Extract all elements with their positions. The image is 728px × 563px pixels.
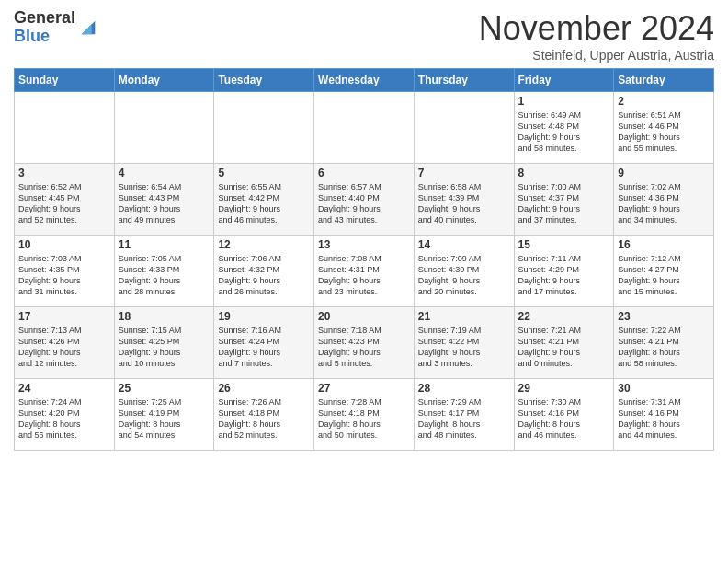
calendar-cell: 21Sunrise: 7:19 AMSunset: 4:22 PMDayligh…	[414, 307, 514, 379]
day-number: 12	[218, 238, 310, 251]
month-title: November 2024	[479, 9, 714, 48]
day-number: 22	[518, 310, 610, 323]
calendar-cell: 18Sunrise: 7:15 AMSunset: 4:25 PMDayligh…	[114, 307, 214, 379]
header: General Blue November 2024 Steinfeld, Up…	[14, 9, 714, 63]
calendar-cell	[214, 92, 314, 164]
day-info: Sunrise: 7:11 AMSunset: 4:29 PMDaylight:…	[518, 253, 610, 298]
day-number: 24	[18, 382, 110, 395]
day-info: Sunrise: 7:26 AMSunset: 4:18 PMDaylight:…	[218, 396, 310, 442]
calendar-cell: 28Sunrise: 7:29 AMSunset: 4:17 PMDayligh…	[414, 379, 514, 451]
logo-blue-text: Blue	[14, 28, 75, 46]
day-number: 13	[318, 238, 410, 251]
weekday-header-saturday: Saturday	[614, 69, 714, 92]
calendar-cell: 2Sunrise: 6:51 AMSunset: 4:46 PMDaylight…	[614, 92, 714, 164]
location: Steinfeld, Upper Austria, Austria	[479, 48, 714, 63]
day-info: Sunrise: 7:22 AMSunset: 4:21 PMDaylight:…	[618, 325, 710, 370]
calendar-cell: 24Sunrise: 7:24 AMSunset: 4:20 PMDayligh…	[15, 379, 115, 451]
calendar-week-3: 10Sunrise: 7:03 AMSunset: 4:35 PMDayligh…	[15, 236, 714, 307]
day-info: Sunrise: 7:12 AMSunset: 4:27 PMDaylight:…	[618, 253, 710, 298]
day-number: 29	[518, 382, 610, 395]
calendar-cell	[314, 92, 415, 164]
day-number: 5	[218, 167, 310, 179]
calendar-cell: 27Sunrise: 7:28 AMSunset: 4:18 PMDayligh…	[314, 379, 415, 451]
day-number: 26	[218, 382, 310, 395]
calendar-cell: 13Sunrise: 7:08 AMSunset: 4:31 PMDayligh…	[314, 236, 415, 307]
weekday-header-row: SundayMondayTuesdayWednesdayThursdayFrid…	[15, 69, 714, 92]
day-number: 1	[518, 95, 610, 108]
calendar-cell: 19Sunrise: 7:16 AMSunset: 4:24 PMDayligh…	[214, 307, 314, 379]
day-info: Sunrise: 7:02 AMSunset: 4:36 PMDaylight:…	[618, 181, 710, 226]
day-info: Sunrise: 7:09 AMSunset: 4:30 PMDaylight:…	[418, 253, 510, 298]
svg-marker-1	[82, 24, 92, 34]
day-info: Sunrise: 6:49 AMSunset: 4:48 PMDaylight:…	[518, 109, 610, 155]
calendar-header: SundayMondayTuesdayWednesdayThursdayFrid…	[15, 69, 714, 92]
day-info: Sunrise: 7:24 AMSunset: 4:20 PMDaylight:…	[18, 396, 110, 442]
calendar-cell	[15, 92, 115, 164]
calendar-cell: 20Sunrise: 7:18 AMSunset: 4:23 PMDayligh…	[314, 307, 415, 379]
calendar-cell: 10Sunrise: 7:03 AMSunset: 4:35 PMDayligh…	[15, 236, 115, 307]
day-info: Sunrise: 7:16 AMSunset: 4:24 PMDaylight:…	[218, 325, 310, 370]
day-number: 30	[618, 382, 710, 395]
main-container: General Blue November 2024 Steinfeld, Up…	[0, 0, 728, 460]
day-info: Sunrise: 7:30 AMSunset: 4:16 PMDaylight:…	[518, 396, 610, 442]
day-number: 28	[418, 382, 510, 395]
calendar-cell: 25Sunrise: 7:25 AMSunset: 4:19 PMDayligh…	[114, 379, 214, 451]
calendar-week-2: 3Sunrise: 6:52 AMSunset: 4:45 PMDaylight…	[15, 164, 714, 236]
calendar-week-5: 24Sunrise: 7:24 AMSunset: 4:20 PMDayligh…	[15, 379, 714, 451]
day-info: Sunrise: 6:55 AMSunset: 4:42 PMDaylight:…	[218, 181, 310, 226]
weekday-header-thursday: Thursday	[414, 69, 514, 92]
day-info: Sunrise: 7:00 AMSunset: 4:37 PMDaylight:…	[518, 181, 610, 226]
day-number: 15	[518, 238, 610, 251]
calendar-cell: 26Sunrise: 7:26 AMSunset: 4:18 PMDayligh…	[214, 379, 314, 451]
day-info: Sunrise: 7:31 AMSunset: 4:16 PMDaylight:…	[618, 396, 710, 442]
day-info: Sunrise: 6:51 AMSunset: 4:46 PMDaylight:…	[618, 109, 710, 155]
weekday-header-wednesday: Wednesday	[314, 69, 415, 92]
weekday-header-friday: Friday	[514, 69, 614, 92]
day-info: Sunrise: 7:05 AMSunset: 4:33 PMDaylight:…	[119, 253, 210, 298]
logo: General Blue	[14, 9, 98, 46]
weekday-header-sunday: Sunday	[15, 69, 115, 92]
day-info: Sunrise: 7:06 AMSunset: 4:32 PMDaylight:…	[218, 253, 310, 298]
calendar-body: 1Sunrise: 6:49 AMSunset: 4:48 PMDaylight…	[15, 92, 714, 451]
weekday-header-tuesday: Tuesday	[214, 69, 314, 92]
calendar-cell: 11Sunrise: 7:05 AMSunset: 4:33 PMDayligh…	[114, 236, 214, 307]
day-info: Sunrise: 6:57 AMSunset: 4:40 PMDaylight:…	[318, 181, 410, 226]
day-info: Sunrise: 6:54 AMSunset: 4:43 PMDaylight:…	[119, 181, 210, 226]
calendar-cell	[414, 92, 514, 164]
day-info: Sunrise: 7:21 AMSunset: 4:21 PMDaylight:…	[518, 325, 610, 370]
logo-icon	[78, 17, 98, 38]
day-info: Sunrise: 7:18 AMSunset: 4:23 PMDaylight:…	[318, 325, 410, 370]
title-block: November 2024 Steinfeld, Upper Austria, …	[479, 9, 714, 63]
day-info: Sunrise: 6:58 AMSunset: 4:39 PMDaylight:…	[418, 181, 510, 226]
calendar-cell: 14Sunrise: 7:09 AMSunset: 4:30 PMDayligh…	[414, 236, 514, 307]
calendar-cell: 23Sunrise: 7:22 AMSunset: 4:21 PMDayligh…	[614, 307, 714, 379]
day-info: Sunrise: 7:03 AMSunset: 4:35 PMDaylight:…	[18, 253, 110, 298]
day-number: 8	[518, 167, 610, 179]
day-info: Sunrise: 7:29 AMSunset: 4:17 PMDaylight:…	[418, 396, 510, 442]
calendar-cell: 7Sunrise: 6:58 AMSunset: 4:39 PMDaylight…	[414, 164, 514, 236]
calendar-cell: 6Sunrise: 6:57 AMSunset: 4:40 PMDaylight…	[314, 164, 415, 236]
day-number: 16	[618, 238, 710, 251]
calendar-cell: 8Sunrise: 7:00 AMSunset: 4:37 PMDaylight…	[514, 164, 614, 236]
day-info: Sunrise: 7:13 AMSunset: 4:26 PMDaylight:…	[18, 325, 110, 370]
calendar-cell: 30Sunrise: 7:31 AMSunset: 4:16 PMDayligh…	[614, 379, 714, 451]
calendar-cell: 9Sunrise: 7:02 AMSunset: 4:36 PMDaylight…	[614, 164, 714, 236]
day-info: Sunrise: 7:28 AMSunset: 4:18 PMDaylight:…	[318, 396, 410, 442]
day-info: Sunrise: 7:25 AMSunset: 4:19 PMDaylight:…	[119, 396, 210, 442]
day-info: Sunrise: 7:15 AMSunset: 4:25 PMDaylight:…	[119, 325, 210, 370]
calendar-cell: 5Sunrise: 6:55 AMSunset: 4:42 PMDaylight…	[214, 164, 314, 236]
day-number: 3	[18, 167, 110, 179]
calendar-week-1: 1Sunrise: 6:49 AMSunset: 4:48 PMDaylight…	[15, 92, 714, 164]
day-number: 4	[119, 167, 210, 179]
day-number: 9	[618, 167, 710, 179]
day-number: 7	[418, 167, 510, 179]
weekday-header-monday: Monday	[114, 69, 214, 92]
calendar-cell: 16Sunrise: 7:12 AMSunset: 4:27 PMDayligh…	[614, 236, 714, 307]
day-number: 14	[418, 238, 510, 251]
calendar-cell: 4Sunrise: 6:54 AMSunset: 4:43 PMDaylight…	[114, 164, 214, 236]
day-info: Sunrise: 7:08 AMSunset: 4:31 PMDaylight:…	[318, 253, 410, 298]
calendar-cell: 22Sunrise: 7:21 AMSunset: 4:21 PMDayligh…	[514, 307, 614, 379]
day-number: 10	[18, 238, 110, 251]
calendar-cell: 15Sunrise: 7:11 AMSunset: 4:29 PMDayligh…	[514, 236, 614, 307]
day-number: 21	[418, 310, 510, 323]
